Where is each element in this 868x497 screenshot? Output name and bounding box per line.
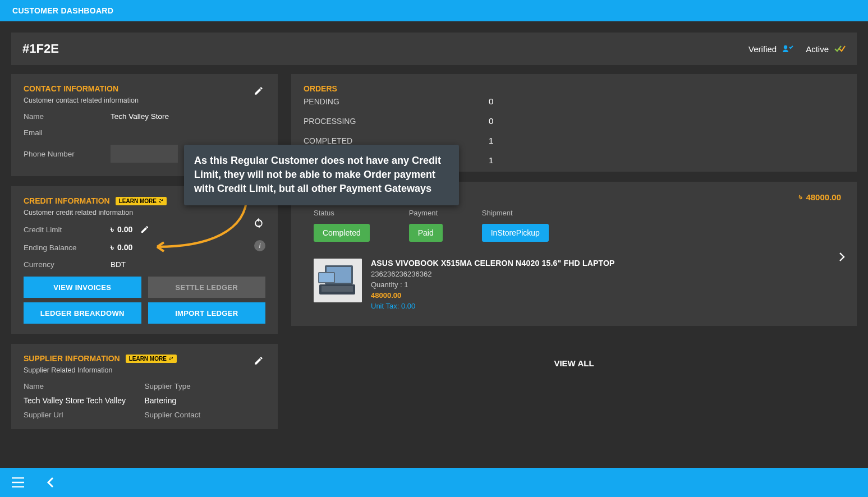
- orders-title: ORDERS: [304, 84, 844, 93]
- supplier-name-value: Tech Valley Store Tech Valley: [24, 396, 145, 405]
- orders-completed-value: 1: [489, 136, 493, 145]
- name-label: Name: [24, 112, 111, 121]
- back-button[interactable]: [43, 475, 58, 490]
- currency-label: Currency: [24, 260, 111, 269]
- view-invoices-button[interactable]: VIEW INVOICES: [24, 277, 141, 298]
- menu-button[interactable]: [10, 475, 26, 490]
- order-payment-pill: Paid: [409, 224, 443, 242]
- email-label: Email: [24, 128, 111, 137]
- ending-balance-label: Ending Balance: [24, 243, 111, 252]
- supplier-type-value: Bartering: [145, 396, 266, 405]
- order-status-pill: Completed: [314, 224, 370, 242]
- order-shipment-pill: InStorePickup: [482, 224, 549, 242]
- order-product-row: ASUS VIVOBOOK X515MA CELERON N4020 15.6"…: [304, 259, 844, 310]
- edit-credit-limit-button[interactable]: [140, 225, 149, 234]
- content: #1F2E Verified Active: [0, 21, 868, 468]
- external-link-icon: [169, 356, 173, 361]
- supplier-title: SUPPLIER INFORMATION: [24, 354, 120, 363]
- name-value: Tech Valley Store: [111, 112, 169, 121]
- customer-id: #1F2E: [22, 42, 59, 56]
- supplier-name-label: Name: [24, 382, 145, 390]
- active-status: Active: [806, 44, 846, 54]
- order-shipment-label: Shipment: [482, 209, 549, 217]
- verified-status: Verified: [748, 44, 793, 54]
- contact-subtitle: Customer contact related information: [24, 96, 265, 104]
- supplier-subtitle: Supplier Related Information: [24, 366, 265, 374]
- credit-title: CREDIT INFORMATION: [24, 196, 110, 205]
- view-all-orders-button[interactable]: VIEW ALL: [291, 358, 857, 368]
- edit-contact-button[interactable]: [251, 83, 267, 99]
- orders-pending-value: 0: [489, 96, 493, 106]
- svg-rect-7: [319, 273, 334, 282]
- product-title: ASUS VIVOBOOK X515MA CELERON N4020 15.6"…: [371, 259, 615, 268]
- credit-limit-label: Credit Limit: [24, 226, 111, 234]
- verified-icon: [782, 44, 793, 53]
- svg-point-0: [784, 45, 787, 49]
- learn-more-label: LEARN MORE: [129, 356, 167, 362]
- product-sku: 236236236236362: [371, 270, 615, 278]
- taka-icon: ৳: [111, 224, 114, 234]
- orders-total-value: 1: [489, 155, 493, 165]
- ending-balance-value: 0.00: [117, 243, 132, 252]
- import-ledger-button[interactable]: IMPORT LEDGER: [148, 302, 266, 324]
- phone-label: Phone Number: [24, 150, 111, 158]
- contact-title: CONTACT INFORMATION: [24, 84, 265, 93]
- credit-learn-more-badge[interactable]: LEARN MORE: [116, 197, 167, 205]
- edit-supplier-button[interactable]: [251, 353, 267, 369]
- order-total-amount: 48000.00: [806, 192, 841, 202]
- taka-icon: ৳: [799, 192, 802, 202]
- credit-info-button[interactable]: i: [254, 240, 265, 251]
- credit-limit-value: 0.00: [117, 225, 132, 234]
- order-detail-expand-button[interactable]: [839, 252, 846, 262]
- bottombar: [0, 468, 868, 497]
- product-tax: Unit Tax: 0.00: [371, 302, 615, 310]
- active-label: Active: [806, 44, 829, 54]
- ledger-breakdown-button[interactable]: LEDGER BREAKDOWN: [24, 302, 141, 324]
- verified-label: Verified: [748, 44, 777, 54]
- refresh-credit-button[interactable]: [251, 215, 267, 231]
- product-quantity: Quantity : 1: [371, 280, 615, 289]
- phone-input[interactable]: [111, 145, 178, 163]
- orders-pending-label: PENDING: [304, 97, 489, 106]
- orders-completed-label: COMPLETED: [304, 136, 489, 145]
- settle-ledger-button: SETTLE LEDGER: [148, 277, 266, 298]
- credit-limit-tooltip: As this Regular Customer does not have a…: [184, 145, 459, 205]
- supplier-type-label: Supplier Type: [145, 382, 266, 390]
- credit-card: i CREDIT INFORMATION LEARN MORE Customer…: [11, 186, 278, 334]
- order-status-label: Status: [314, 209, 370, 217]
- active-icon: [834, 45, 846, 53]
- header-strip: #1F2E Verified Active: [11, 33, 857, 65]
- learn-more-label: LEARN MORE: [119, 198, 157, 204]
- external-link-icon: [159, 199, 163, 203]
- taka-icon: ৳: [111, 242, 114, 252]
- topbar: CUSTOMER DASHBOARD: [0, 0, 868, 21]
- credit-subtitle: Customer credit related information: [24, 209, 265, 217]
- supplier-card: SUPPLIER INFORMATION LEARN MORE Supplier…: [11, 344, 278, 429]
- supplier-learn-more-badge[interactable]: LEARN MORE: [126, 355, 177, 363]
- currency-value: BDT: [111, 260, 126, 269]
- orders-processing-value: 0: [489, 116, 493, 126]
- supplier-contact-label: Supplier Contact: [145, 411, 266, 419]
- supplier-url-label: Supplier Url: [24, 411, 145, 419]
- order-payment-label: Payment: [409, 209, 443, 217]
- header-status-group: Verified Active: [748, 44, 846, 54]
- product-image: [314, 259, 362, 302]
- orders-processing-label: PROCESSING: [304, 117, 489, 126]
- page-title: CUSTOMER DASHBOARD: [12, 6, 113, 15]
- product-price: 48000.00: [371, 291, 615, 300]
- svg-rect-5: [322, 286, 353, 292]
